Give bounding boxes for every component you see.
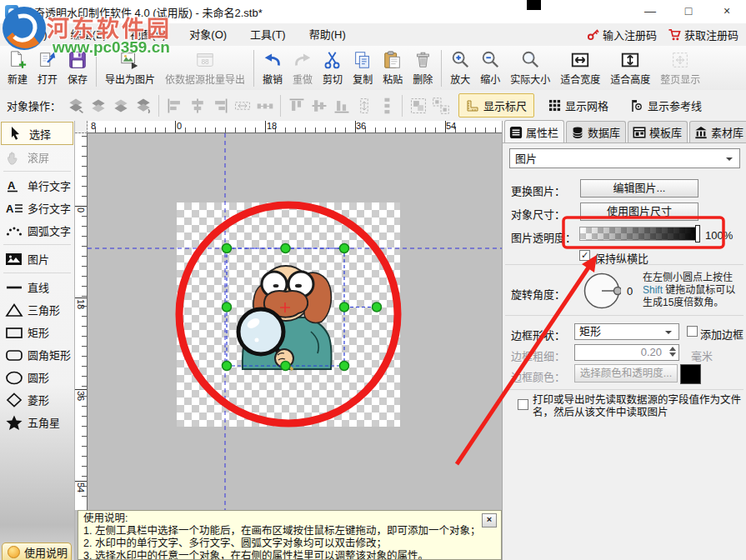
object-size-label: 对象尺寸：	[511, 206, 565, 222]
copy-button[interactable]: 复制	[348, 48, 378, 89]
tool-diamond[interactable]: 菱形	[0, 388, 74, 411]
menu-object[interactable]: 对象(O)	[178, 24, 238, 46]
send-to-back-icon[interactable]	[132, 95, 154, 117]
objectbar-separator	[158, 95, 159, 117]
tool-rectangle[interactable]: 矩形	[0, 321, 74, 343]
datasource-checkbox[interactable]	[518, 399, 528, 410]
show-grid-label: 显示网格	[565, 98, 608, 113]
open-button[interactable]: 打开	[33, 48, 63, 89]
new-button[interactable]: 新建	[3, 48, 33, 89]
app-icon	[5, 5, 18, 18]
tab-database[interactable]: 数据库	[566, 121, 626, 142]
get-register-label: 获取注册码	[684, 27, 738, 42]
toolbar-separator	[96, 50, 97, 87]
cut-button[interactable]: 剪切	[318, 48, 348, 89]
minimize-button[interactable]: —	[631, 0, 669, 23]
use-image-size-button[interactable]: 使用图片尺寸	[580, 202, 698, 221]
enter-register-label: 输入注册码	[603, 27, 657, 42]
object-operations-label: 对象操作：	[7, 98, 61, 113]
tab-templates[interactable]: 模板库	[628, 121, 688, 142]
show-grid-toggle[interactable]: 显示网格	[541, 93, 616, 118]
align-top-icon	[285, 95, 308, 117]
ruler-label: 54	[446, 121, 456, 131]
actual-size-button[interactable]: 实际大小	[505, 48, 555, 89]
bring-forward-icon[interactable]	[87, 95, 109, 117]
tool-separator	[3, 171, 71, 172]
enter-register-code[interactable]: 输入注册码	[583, 27, 661, 42]
redo-icon	[293, 50, 313, 70]
zoom-in-button[interactable]: 放大	[445, 48, 475, 89]
handle-mid-right	[340, 302, 349, 312]
rotation-dial-dot[interactable]	[614, 288, 622, 295]
ruler-label: 0	[177, 121, 182, 131]
tool-rounded-rectangle[interactable]: 圆角矩形	[0, 343, 74, 366]
tool-line[interactable]: 直线	[0, 276, 74, 298]
undo-button[interactable]: 撤销	[258, 48, 288, 89]
rotate-label: 旋转角度：	[511, 286, 565, 302]
cartoon-image[interactable]	[238, 266, 332, 370]
canvas[interactable]	[88, 133, 502, 510]
menu-help[interactable]: 帮助(H)	[298, 24, 358, 46]
zoom-out-button[interactable]: 缩小	[475, 48, 505, 89]
show-guides-toggle[interactable]: 显示参考线	[623, 93, 709, 118]
usage-note-line: 2. 水印中的单行文字、多行文字、圆弧文字对象均可以双击修改；	[83, 538, 496, 550]
opacity-slider-thumb[interactable]	[695, 225, 700, 242]
canvas-artwork	[88, 133, 502, 510]
menu-file[interactable]: 文件(F)	[0, 24, 59, 46]
tool-triangle[interactable]: 三角形	[0, 298, 74, 321]
edit-image-button[interactable]: 编辑图片...	[580, 179, 698, 198]
open-icon	[38, 50, 58, 70]
tool-select[interactable]: 选择	[1, 122, 73, 145]
tool-sidebar: 选择 滚屏 A 单行文字 A 多行文字 圆弧文字 图片 直线 三角形 矩形	[0, 121, 75, 560]
tool-star[interactable]: 五角星	[0, 411, 74, 433]
fit-width-button[interactable]: 适合宽度	[555, 48, 605, 89]
bring-to-front-icon[interactable]	[64, 95, 87, 117]
get-register-code[interactable]: 获取注册码	[663, 27, 743, 42]
keep-aspect-checkbox[interactable]: ✓	[579, 250, 590, 261]
usage-note-close-button[interactable]: ×	[482, 513, 497, 528]
tab-properties[interactable]: 属性栏	[504, 120, 564, 142]
ungroup-icon	[429, 95, 452, 117]
tool-separator	[3, 272, 71, 273]
tool-multi-line-text[interactable]: A 多行文字	[0, 197, 74, 219]
border-width-input[interactable]: 0.20	[574, 344, 679, 361]
delete-button[interactable]: 删除	[408, 48, 438, 89]
rotation-dial[interactable]	[583, 272, 621, 310]
tool-arc-text[interactable]: 圆弧文字	[0, 219, 74, 242]
border-color-button[interactable]: 选择颜色和透明度...	[574, 364, 678, 382]
cart-icon	[668, 28, 681, 41]
fit-height-button[interactable]: 适合高度	[605, 48, 655, 89]
ruler-label: 36	[76, 391, 86, 401]
tool-circle[interactable]: 圆形	[0, 366, 74, 388]
database-icon	[571, 126, 584, 139]
show-ruler-toggle[interactable]: 显示标尺	[458, 93, 534, 118]
menu-tools[interactable]: 工具(T)	[238, 24, 298, 46]
border-color-label: 边框颜色：	[511, 368, 565, 384]
ruler-icon	[466, 99, 479, 112]
help-tab[interactable]: 使用说明	[2, 542, 72, 560]
opacity-slider[interactable]	[579, 227, 699, 241]
maximize-button[interactable]: □	[669, 0, 708, 23]
save-button[interactable]: 保存	[63, 48, 93, 89]
close-button[interactable]: ×	[708, 0, 746, 23]
tab-materials[interactable]: 素材库	[689, 121, 746, 142]
menu-edit[interactable]: 编辑(E)	[59, 24, 118, 46]
menu-view[interactable]: 视图(V)	[118, 24, 178, 46]
handle-mid-left	[223, 302, 232, 312]
export-image-button[interactable]: 导出为图片	[100, 48, 160, 89]
spinner-arrows[interactable]	[668, 347, 677, 357]
panel-separator	[505, 264, 743, 265]
add-border-checkbox[interactable]	[687, 326, 698, 337]
panel-tabs: 属性栏 数据库 模板库 素材库	[503, 121, 746, 143]
properties-panel: 属性栏 数据库 模板库 素材库 图片 更换图片： 编辑图片... 对象尺寸： 使…	[502, 121, 746, 560]
svg-text:88: 88	[201, 58, 209, 66]
handle-bottom-right	[340, 362, 349, 371]
tool-single-line-text[interactable]: A 单行文字	[0, 174, 74, 197]
main-toolbar: 新建 打开 保存 导出为图片 88 依数据源批量导出 撤销 重做 剪切 复制	[0, 46, 746, 91]
paste-button[interactable]: 粘贴	[378, 48, 408, 89]
send-backward-icon[interactable]	[109, 95, 132, 117]
usage-note-line: 1. 左侧工具栏中选择一个功能后，在画布区域按住鼠标左键拖动，即可添加一个对象；	[83, 525, 496, 538]
border-shape-dropdown[interactable]: 矩形	[574, 323, 679, 340]
tool-image[interactable]: 图片	[0, 248, 74, 270]
object-type-dropdown[interactable]: 图片	[509, 148, 740, 168]
